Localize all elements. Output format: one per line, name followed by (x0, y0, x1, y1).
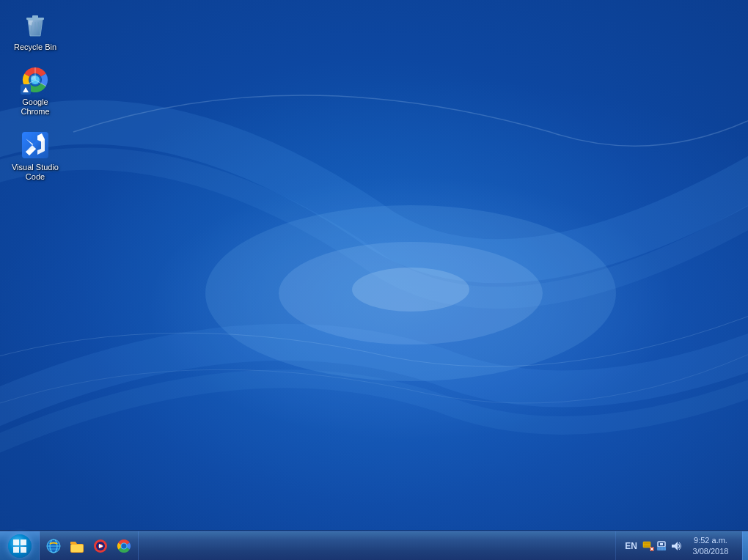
tray-icons-group: EN (622, 540, 682, 552)
google-chrome-image (21, 65, 50, 95)
recycle-bin-label: Recycle Bin (14, 43, 56, 52)
show-desktop-button[interactable] (742, 531, 748, 561)
tray-time: 9:52 a.m. (694, 535, 727, 545)
taskbar-open-windows (139, 531, 615, 560)
svg-point-2 (352, 268, 469, 312)
svg-marker-53 (672, 542, 678, 550)
desktop-icons-container: Recycle Bin (0, 0, 70, 192)
svg-point-41 (122, 543, 127, 548)
svg-rect-25 (13, 539, 19, 545)
taskbar-explorer-icon[interactable] (66, 535, 88, 557)
taskbar-chrome-icon[interactable] (113, 535, 135, 557)
svg-rect-26 (21, 539, 26, 545)
svg-rect-48 (660, 543, 663, 545)
google-chrome-label: Google Chrome (10, 97, 60, 117)
svg-rect-49 (657, 547, 666, 550)
start-button[interactable] (0, 531, 40, 561)
start-orb (8, 534, 32, 558)
tray-network-icon[interactable] (642, 540, 654, 552)
recycle-bin-icon[interactable]: Recycle Bin (7, 7, 63, 55)
vscode-label: Visual Studio Code (10, 163, 60, 182)
svg-point-13 (31, 75, 35, 80)
visual-studio-code-icon[interactable]: Visual Studio Code (7, 128, 63, 185)
recycle-bin-image (21, 10, 50, 40)
taskbar: EN (0, 531, 748, 560)
svg-rect-27 (13, 547, 19, 553)
vscode-image (21, 130, 50, 160)
tray-security-icon[interactable] (656, 540, 668, 552)
taskbar-media-icon[interactable] (89, 535, 111, 557)
desktop: Recycle Bin (0, 0, 748, 560)
tray-language[interactable]: EN (622, 541, 640, 551)
wallpaper-swoosh (0, 0, 748, 560)
tray-date: 3/08/2018 (693, 546, 729, 556)
quick-launch-bar (40, 531, 139, 560)
taskbar-ie-icon[interactable] (43, 535, 65, 557)
svg-rect-18 (25, 88, 26, 92)
tray-volume-icon[interactable] (670, 540, 682, 552)
svg-rect-5 (32, 15, 38, 18)
tray-clock[interactable]: 9:52 a.m. 3/08/2018 (685, 535, 736, 556)
google-chrome-icon[interactable]: Google Chrome (7, 62, 63, 119)
svg-rect-28 (21, 547, 26, 553)
svg-rect-35 (71, 545, 83, 552)
system-tray: EN (615, 531, 742, 560)
